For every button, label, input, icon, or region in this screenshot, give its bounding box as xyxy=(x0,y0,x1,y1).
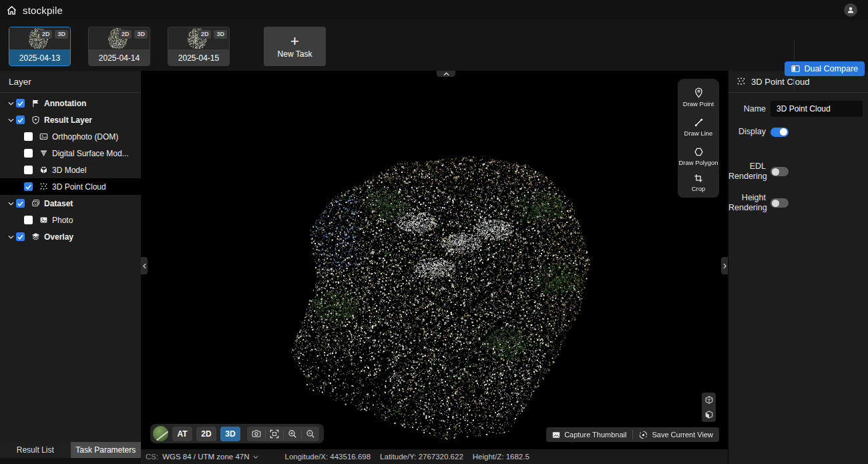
model-icon xyxy=(39,166,49,174)
line-icon xyxy=(694,118,704,128)
collapse-right-panel-handle[interactable] xyxy=(721,257,728,274)
checkbox[interactable] xyxy=(24,182,33,191)
crop-button[interactable]: Crop xyxy=(678,172,719,194)
new-task-button[interactable]: + New Task xyxy=(264,27,326,66)
layer-tree: Annotation Result Layer Orthophoto (DOM)… xyxy=(0,93,141,245)
capture-bar: Capture Thumbnail Save Current View xyxy=(546,427,719,442)
cube-solid-icon[interactable] xyxy=(704,410,714,419)
layer-label: Orthophoto (DOM) xyxy=(52,132,118,142)
user-avatar[interactable] xyxy=(844,3,857,17)
fit-view-icon[interactable] xyxy=(265,427,283,441)
zoom-in-icon[interactable] xyxy=(283,427,301,441)
name-row: Name xyxy=(728,101,868,117)
task-date: 2025-04-13 xyxy=(9,49,70,66)
task-strip: 2D 3D 2025-04-13 2D 3D 2025-04-14 xyxy=(0,20,868,71)
chevron-down-icon[interactable] xyxy=(5,101,16,105)
name-input[interactable] xyxy=(771,101,863,117)
task-card-2025-04-13[interactable]: 2D 3D 2025-04-13 xyxy=(9,27,71,66)
crop-icon xyxy=(694,174,703,183)
chevron-down-icon[interactable] xyxy=(5,235,16,239)
collapse-taskbar-handle[interactable] xyxy=(437,71,455,77)
tree-row-overlay[interactable]: Overlay xyxy=(0,228,141,245)
camera-icon[interactable] xyxy=(247,427,265,441)
task-date: 2025-04-14 xyxy=(89,49,150,66)
layer-panel: Layer Annotation Result Layer Orthophoto… xyxy=(0,71,141,442)
badge-3d: 3D xyxy=(55,30,68,39)
tool-label: Draw Line xyxy=(684,130,713,137)
height-rendering-label: HeightRendering xyxy=(728,193,766,213)
layer-label: Annotation xyxy=(44,99,86,108)
thumbnail-icon xyxy=(552,431,560,439)
tree-row-3d-model[interactable]: 3D Model xyxy=(0,162,141,178)
mode-2d-button[interactable]: 2D xyxy=(196,427,216,441)
view-icon-group xyxy=(247,427,319,441)
badge-2d: 2D xyxy=(198,30,212,39)
chevron-down-icon[interactable] xyxy=(5,202,16,206)
dual-compare-button[interactable]: Dual Compare xyxy=(785,61,865,76)
height-rendering-toggle[interactable] xyxy=(771,198,789,208)
edl-rendering-label: EDLRendering xyxy=(728,162,766,182)
layer-panel-title: Layer xyxy=(0,71,141,92)
draw-polygon-button[interactable]: Draw Polygon xyxy=(678,142,719,172)
save-current-view-button[interactable]: Save Current View xyxy=(633,427,719,442)
chevron-down-icon[interactable] xyxy=(5,118,16,122)
task-card-2025-04-14[interactable]: 2D 3D 2025-04-14 xyxy=(88,27,150,66)
checkbox[interactable] xyxy=(16,199,25,208)
tab-task-parameters[interactable]: Task Parameters xyxy=(71,442,142,458)
bottom-left-strip xyxy=(0,458,141,464)
mode-3d-button[interactable]: 3D xyxy=(220,427,240,441)
crop-panel: Crop xyxy=(678,168,719,198)
tree-row-photo[interactable]: Photo xyxy=(0,212,141,228)
badge-2d: 2D xyxy=(39,30,53,39)
zoom-out-icon[interactable] xyxy=(301,427,319,441)
height-readout: Height/Z: 1682.5 xyxy=(473,453,529,461)
task-card-2025-04-15[interactable]: 2D 3D 2025-04-15 xyxy=(168,27,230,66)
draw-tools-panel: Draw Point Draw Line Draw Polygon xyxy=(678,79,719,176)
new-task-label: New Task xyxy=(278,49,312,59)
tree-row-result-layer[interactable]: Result Layer xyxy=(0,111,141,128)
edl-rendering-toggle[interactable] xyxy=(771,167,789,176)
collapse-left-panel-handle[interactable] xyxy=(141,257,148,274)
flag-icon xyxy=(31,99,41,107)
display-toggle[interactable] xyxy=(771,128,789,137)
cube-view-panel xyxy=(702,393,716,422)
edl-rendering-row: EDLRendering xyxy=(728,162,868,182)
checkbox[interactable] xyxy=(24,149,33,158)
latitude-readout: Latitude/Y: 2767320.622 xyxy=(380,453,463,461)
task-thumbnail: 2D 3D xyxy=(168,27,229,49)
capture-thumbnail-button[interactable]: Capture Thumbnail xyxy=(546,427,632,442)
layer-label: Photo xyxy=(52,216,73,225)
point-cloud-render[interactable] xyxy=(141,71,728,449)
basemap-thumbnail[interactable] xyxy=(153,426,168,441)
checkbox[interactable] xyxy=(16,232,25,241)
tree-row-digital-surface-model[interactable]: Digital Surface Mod... xyxy=(0,145,141,162)
checkbox[interactable] xyxy=(24,132,33,141)
mode-at-button[interactable]: AT xyxy=(172,427,192,441)
task-thumbnail: 2D 3D xyxy=(9,27,70,49)
chevron-up-icon xyxy=(443,72,449,76)
brand[interactable]: stockpile xyxy=(7,5,63,16)
checkbox[interactable] xyxy=(24,216,33,224)
viewer-canvas-area[interactable]: Draw Point Draw Line Draw Polygon Crop xyxy=(141,71,728,449)
draw-line-button[interactable]: Draw Line xyxy=(678,113,719,142)
home-icon[interactable] xyxy=(7,5,17,15)
tree-row-3d-point-cloud[interactable]: 3D Point Cloud xyxy=(0,178,141,195)
checkbox[interactable] xyxy=(24,166,33,174)
save-view-icon xyxy=(639,431,648,439)
tree-row-orthophoto[interactable]: Orthophoto (DOM) xyxy=(0,128,141,145)
tree-row-dataset[interactable]: Dataset xyxy=(0,195,141,212)
tool-label: Draw Point xyxy=(683,100,714,107)
cs-label: CS: xyxy=(146,453,158,461)
cube-wireframe-icon[interactable] xyxy=(704,395,714,405)
checkbox[interactable] xyxy=(16,99,25,107)
plus-icon: + xyxy=(290,35,299,48)
image-icon xyxy=(39,132,49,141)
tree-row-annotation[interactable]: Annotation xyxy=(0,95,141,111)
shield-icon xyxy=(31,115,41,124)
cs-selector[interactable]: WGS 84 / UTM zone 47N xyxy=(162,453,258,461)
checkbox[interactable] xyxy=(16,115,25,124)
tab-result-list[interactable]: Result List xyxy=(0,442,71,458)
draw-point-button[interactable]: Draw Point xyxy=(678,83,719,113)
properties-title: 3D Point Cloud xyxy=(751,77,809,87)
layer-label: 3D Point Cloud xyxy=(52,182,106,192)
